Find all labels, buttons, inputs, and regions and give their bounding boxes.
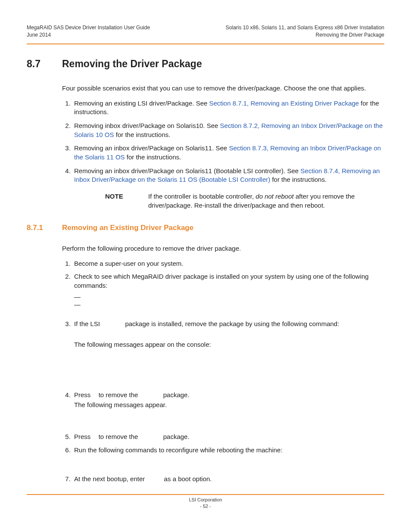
note-block: NOTE If the controller is bootable contr… (62, 192, 384, 210)
message-intro: The following messages appear. (74, 401, 384, 410)
subsection-title: Removing an Existing Driver Package (62, 223, 193, 233)
subsection-intro: Perform the following procedure to remov… (62, 244, 384, 253)
list-item: Removing inbox driver/Package on Solaris… (72, 121, 384, 139)
note-emphasis: do not reboot (255, 193, 293, 200)
list-item: Press to remove the package. The followi… (72, 391, 384, 428)
note-text: If the controller is bootable controller… (148, 192, 384, 210)
doc-title: MegaRAID SAS Device Driver Installation … (27, 24, 150, 31)
item-text-pre: Removing inbox driver/Package on Solaris… (74, 122, 220, 129)
section-body: Four possible scenarios exist that you c… (27, 84, 384, 210)
chapter-title: Solaris 10 x86, Solaris 11, and Solaris … (226, 24, 384, 31)
item-text-pre: Removing an inbox driver/Package on Sola… (74, 144, 229, 152)
list-item: Removing an existing LSI driver/Package.… (72, 99, 384, 117)
subsection-body: Perform the following procedure to remov… (27, 244, 384, 484)
subsection-heading: 8.7.1 Removing an Existing Driver Packag… (27, 223, 384, 233)
scenario-list: Removing an existing LSI driver/Package.… (62, 99, 384, 185)
page-header: MegaRAID SAS Device Driver Installation … (27, 24, 384, 44)
list-item: If the LSI package is installed, remove … (72, 320, 384, 386)
list-item: Removing an inbox driver/Package on Sola… (72, 167, 384, 184)
list-item: Run the following commands to reconfigur… (72, 446, 384, 470)
list-item: At the next bootup, enter as a boot opti… (72, 475, 384, 484)
section-number: 8.7 (27, 57, 62, 71)
section-title: Removing the Driver Package (62, 57, 202, 71)
subsection-number: 8.7.1 (27, 223, 62, 233)
list-item: Removing an inbox driver/Package on Sola… (72, 144, 384, 162)
section-path: Removing the Driver Package (226, 31, 384, 39)
list-item: Press to remove the package. (72, 432, 384, 442)
section-heading: 8.7 Removing the Driver Package (27, 57, 384, 71)
section-intro: Four possible scenarios exist that you c… (62, 84, 384, 93)
doc-date: June 2014 (27, 31, 150, 39)
header-left: MegaRAID SAS Device Driver Installation … (27, 24, 150, 38)
list-item: Check to see which MegaRAID driver packa… (72, 272, 384, 308)
note-label: NOTE (105, 192, 148, 210)
item-text-post: for the instructions. (114, 131, 171, 138)
header-right: Solaris 10 x86, Solaris 11, and Solaris … (226, 24, 384, 38)
item-text-pre: Removing an inbox driver/Package on Sola… (74, 167, 300, 174)
footer-page-number: - 52 - (27, 503, 384, 510)
command-placeholder-list: — — (74, 293, 384, 308)
list-item: Become a super-user on your system. (72, 259, 384, 268)
footer-company: LSI Corporation (27, 497, 384, 503)
item-text-post: for the instructions. (125, 153, 181, 161)
page-footer: LSI Corporation - 52 - (27, 494, 384, 510)
procedure-list: Become a super-user on your system. Chec… (62, 259, 384, 484)
dash-item: — (74, 293, 384, 301)
cross-ref-link[interactable]: Section 8.7.1, Removing an Existing Driv… (209, 100, 359, 107)
item-text-pre: Removing an existing LSI driver/Package.… (74, 100, 209, 107)
item-text-post: for the instructions. (270, 176, 327, 183)
dash-item: — (74, 301, 384, 308)
console-message-intro: The following messages appear on the con… (74, 340, 384, 349)
